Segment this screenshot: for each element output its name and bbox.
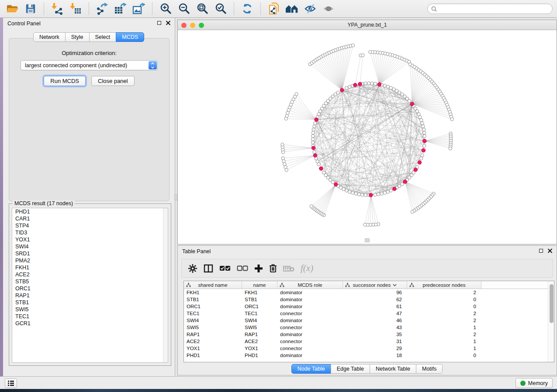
tab-edge-table[interactable]: Edge Table bbox=[331, 364, 370, 374]
mcds-result-item[interactable]: RAP1 bbox=[12, 292, 168, 299]
memory-button[interactable]: Memory bbox=[515, 378, 553, 388]
minimize-window-traffic-light[interactable] bbox=[190, 23, 195, 28]
table-row[interactable]: TEC1TEC1connector472 bbox=[184, 310, 547, 317]
save-session-button[interactable] bbox=[23, 1, 38, 16]
result-list-scrollbar[interactable] bbox=[163, 208, 168, 362]
tab-node-table[interactable]: Node Table bbox=[291, 364, 331, 374]
mcds-result-item[interactable]: SRD1 bbox=[12, 250, 168, 257]
mcds-result-item[interactable]: TID3 bbox=[12, 229, 168, 236]
column-header-MCDS-role[interactable]: MCDS role bbox=[277, 281, 343, 289]
mcds-result-item[interactable]: STB5 bbox=[12, 278, 168, 285]
tab-select[interactable]: Select bbox=[89, 32, 117, 42]
mcds-result-item[interactable]: SWI5 bbox=[12, 306, 168, 313]
first-neighbors-button[interactable] bbox=[284, 1, 300, 16]
mcds-result-item[interactable]: CAR1 bbox=[12, 215, 168, 222]
mcds-result-item[interactable]: GCR1 bbox=[12, 320, 168, 327]
close-table-panel-icon[interactable] bbox=[547, 248, 552, 253]
shared-column-icon bbox=[280, 283, 284, 287]
table-row[interactable]: YOX1YOX1connector291 bbox=[184, 345, 547, 352]
column-label: MCDS role bbox=[298, 282, 322, 288]
mcds-result-item[interactable]: STP4 bbox=[12, 222, 168, 229]
mcds-result-item[interactable]: SWI4 bbox=[12, 243, 168, 250]
table-row[interactable]: SWI5SWI5connector431 bbox=[184, 324, 547, 331]
show-all-button[interactable] bbox=[321, 1, 337, 16]
zoom-out-button[interactable] bbox=[176, 1, 192, 16]
table-panel: Table Panel bbox=[177, 245, 557, 375]
open-session-button[interactable] bbox=[4, 1, 20, 16]
tab-network-table[interactable]: Network Table bbox=[370, 364, 416, 374]
table-row[interactable]: STB1STB1dominator620 bbox=[184, 296, 547, 303]
mcds-result-item[interactable]: TEC1 bbox=[12, 313, 168, 320]
cell-name: SWI4 bbox=[242, 318, 277, 323]
mcds-result-item[interactable]: ACE2 bbox=[12, 271, 168, 278]
mcds-result-list[interactable]: PHD1CAR1STP4TID3YOX1SWI4SRD1PMA2FKH1ACE2… bbox=[12, 208, 168, 363]
cell-shared-name: YOX1 bbox=[184, 346, 242, 351]
float-table-panel-icon[interactable] bbox=[539, 249, 543, 253]
mcds-result-item[interactable]: ORC1 bbox=[12, 285, 168, 292]
float-panel-icon[interactable] bbox=[157, 21, 161, 25]
cell-shared-name: FKH1 bbox=[184, 290, 242, 295]
split-panel-button[interactable] bbox=[204, 262, 213, 275]
optimization-criterion-select[interactable]: largest connected component (undirected) bbox=[21, 60, 158, 70]
memory-label: Memory bbox=[528, 380, 548, 386]
mcds-result-item[interactable]: PMA2 bbox=[12, 257, 168, 264]
column-header-predecessor-nodes[interactable]: predecessor nodes bbox=[407, 281, 481, 289]
column-header-name[interactable]: name bbox=[242, 281, 277, 289]
run-mcds-button[interactable]: Run MCDS bbox=[44, 76, 86, 86]
tab-style[interactable]: Style bbox=[65, 32, 90, 42]
mcds-result-item[interactable]: PHD1 bbox=[12, 208, 168, 215]
zoom-in-button[interactable] bbox=[158, 1, 173, 16]
table-scrollbar[interactable] bbox=[548, 281, 554, 362]
column-settings-button[interactable] bbox=[188, 262, 197, 275]
gear-icon bbox=[188, 264, 197, 273]
add-column-button[interactable] bbox=[254, 262, 263, 275]
cell-shared-name: RAP1 bbox=[184, 332, 242, 337]
control-panel: Control Panel NetworkStyleSelectMCDS Opt… bbox=[3, 18, 175, 376]
function-builder-button[interactable]: f(x) bbox=[301, 262, 313, 275]
column-header-successor-nodes[interactable]: successor nodes bbox=[343, 281, 407, 289]
table-row[interactable]: RAP1RAP1dominator352 bbox=[184, 331, 547, 338]
close-panel-icon[interactable] bbox=[166, 21, 170, 25]
close-window-traffic-light[interactable] bbox=[181, 23, 187, 28]
zoom-selected-button[interactable] bbox=[213, 1, 228, 16]
maximize-window-traffic-light[interactable] bbox=[199, 23, 204, 28]
documents-share-icon bbox=[268, 2, 280, 15]
cell-name: FKH1 bbox=[242, 290, 277, 295]
delete-column-button[interactable] bbox=[269, 262, 277, 275]
tab-network[interactable]: Network bbox=[33, 32, 66, 42]
import-network-button[interactable] bbox=[49, 1, 65, 16]
cell-name: SWI5 bbox=[242, 325, 277, 330]
search-input[interactable] bbox=[439, 6, 549, 12]
select-all-button[interactable] bbox=[219, 262, 231, 275]
tab-mcds[interactable]: MCDS bbox=[116, 32, 144, 42]
cell-predecessor-nodes: 2 bbox=[407, 332, 481, 337]
table-row[interactable]: ORC1ORC1dominator610 bbox=[184, 303, 547, 310]
network-canvas[interactable] bbox=[178, 30, 557, 244]
export-network-button[interactable] bbox=[94, 1, 110, 16]
export-image-button[interactable] bbox=[131, 1, 147, 16]
new-network-from-selection-button[interactable] bbox=[266, 1, 282, 16]
canvas-splitter-grip[interactable] bbox=[365, 238, 370, 242]
open-folder-icon bbox=[6, 3, 19, 14]
refresh-layout-button[interactable] bbox=[239, 1, 255, 16]
import-table-button[interactable] bbox=[68, 1, 83, 16]
deselect-all-button[interactable] bbox=[237, 262, 248, 275]
task-history-button[interactable] bbox=[5, 378, 17, 388]
toolbar-separator bbox=[152, 3, 152, 15]
table-row[interactable]: FKH1FKH1dominator962 bbox=[184, 289, 547, 296]
mcds-result-item[interactable]: FKH1 bbox=[12, 264, 168, 271]
network-graph[interactable] bbox=[178, 30, 557, 244]
zoom-fit-button[interactable] bbox=[194, 1, 210, 16]
mcds-result-item[interactable]: YOX1 bbox=[12, 236, 168, 243]
table-row[interactable]: ACE2ACE2connector311 bbox=[184, 338, 547, 345]
table-row[interactable]: SWI4SWI4dominator462 bbox=[184, 317, 547, 324]
close-panel-button[interactable]: Close panel bbox=[91, 76, 135, 86]
export-table-button[interactable] bbox=[113, 1, 128, 16]
delete-table-button[interactable] bbox=[283, 262, 294, 275]
table-row[interactable]: PHD1PHD1dominator180 bbox=[184, 352, 547, 359]
table-scrollbar-thumb[interactable] bbox=[550, 284, 554, 323]
mcds-result-item[interactable]: STB1 bbox=[12, 299, 168, 306]
tab-motifs[interactable]: Motifs bbox=[416, 364, 443, 374]
hide-selected-button[interactable] bbox=[303, 1, 318, 16]
column-header-shared-name[interactable]: shared name bbox=[184, 281, 242, 289]
